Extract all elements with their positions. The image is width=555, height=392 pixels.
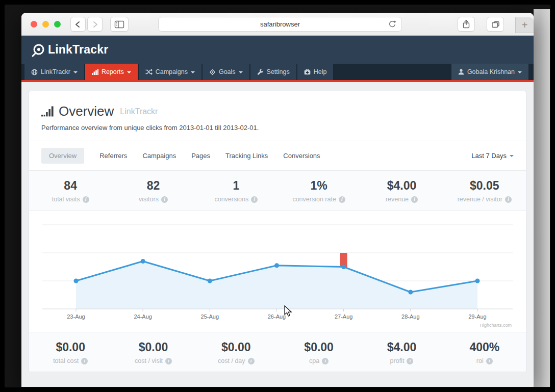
user-icon: [458, 69, 464, 75]
forward-chevron-icon: [90, 20, 99, 29]
nav-label: Reports: [102, 68, 124, 75]
svg-text:25-Aug: 25-Aug: [201, 313, 219, 320]
stat-value: $0.05: [443, 179, 526, 193]
chevron-down-icon: [73, 71, 78, 73]
stat-conversions: 1 conversionsi: [195, 171, 278, 210]
svg-text:26-Aug: 26-Aug: [268, 313, 286, 320]
browser-titlebar: safaribrowser +: [21, 13, 534, 36]
tab-overview[interactable]: Overview: [41, 148, 84, 164]
chevron-down-icon: [191, 71, 195, 73]
background-window-edge: [534, 9, 550, 387]
stat-cost-visit: $0.00 cost / visiti: [112, 332, 194, 372]
nav-label: LinkTrackr: [41, 68, 70, 75]
address-bar[interactable]: safaribrowser: [158, 17, 402, 32]
page-title-suffix: LinkTrackr: [120, 107, 158, 116]
stat-visitors: 82 visitorsi: [112, 171, 194, 210]
stat-label: cost / day: [218, 357, 245, 364]
user-menu[interactable]: Gobala Krishnan: [451, 64, 528, 80]
svg-text:28-Aug: 28-Aug: [401, 313, 419, 320]
stat-label: cpa: [309, 357, 319, 364]
info-icon[interactable]: i: [165, 358, 172, 364]
signal-bars-icon: [41, 106, 54, 117]
address-bar-text: safaribrowser: [260, 20, 300, 28]
back-button[interactable]: [70, 17, 86, 32]
minimize-window-button[interactable]: [42, 21, 49, 28]
linktrackr-logo[interactable]: LinkTrackr: [31, 42, 108, 58]
stat-value: $4.00: [360, 341, 443, 354]
tab-overview-icon: [491, 20, 500, 29]
sidebar-toggle-button[interactable]: [110, 17, 129, 32]
info-icon[interactable]: i: [486, 358, 493, 364]
date-range-label: Last 7 Days: [471, 152, 507, 160]
share-icon: [462, 19, 471, 29]
stat-revenue: $4.00 revenuei: [360, 171, 443, 210]
share-button[interactable]: [458, 17, 475, 32]
svg-text:29-Aug: 29-Aug: [468, 313, 486, 320]
stat-label: profit: [390, 357, 405, 364]
nav-item-settings[interactable]: Settings: [250, 64, 296, 80]
info-icon[interactable]: i: [161, 196, 168, 203]
stat-roi: 400% roii: [443, 332, 526, 372]
stat-cpa: $0.00 cpai: [278, 332, 360, 372]
stat-total-visits: 84 total visitsi: [29, 171, 112, 210]
date-range-dropdown[interactable]: Last 7 Days: [471, 152, 514, 160]
zoom-window-button[interactable]: [54, 21, 61, 28]
chart-block: 23-Aug24-Aug25-Aug26-Aug27-Aug28-Aug29-A…: [29, 211, 526, 332]
stat-value: 1%: [278, 179, 360, 193]
info-icon[interactable]: i: [411, 196, 418, 203]
info-icon[interactable]: i: [505, 196, 512, 203]
tab-pages[interactable]: Pages: [191, 152, 210, 160]
medkit-icon: [304, 69, 311, 75]
reload-icon: [388, 20, 397, 29]
stat-label: roi: [476, 357, 484, 364]
chevron-down-icon: [510, 155, 514, 157]
nav-item-campaigns[interactable]: Campaigns: [139, 64, 201, 80]
tab-overview-button[interactable]: [487, 17, 504, 32]
nav-item-help[interactable]: Help: [297, 64, 334, 80]
overview-chart[interactable]: 23-Aug24-Aug25-Aug26-Aug27-Aug28-Aug29-A…: [29, 211, 526, 332]
page-title: Overview: [59, 103, 114, 119]
page-subtitle: Performance overview from unique clicks …: [41, 124, 514, 132]
tab-referrers[interactable]: Referrers: [99, 152, 127, 160]
new-tab-button[interactable]: +: [515, 17, 534, 33]
chevron-down-icon: [127, 71, 131, 73]
nav-label: Goals: [219, 68, 236, 75]
stat-value: $0.00: [195, 341, 278, 354]
stat-cost-day: $0.00 cost / dayi: [195, 332, 278, 372]
info-icon[interactable]: i: [322, 358, 329, 364]
safari-window: safaribrowser +: [21, 13, 534, 387]
info-icon[interactable]: i: [81, 358, 88, 364]
info-icon[interactable]: i: [251, 196, 258, 203]
tab-conversions[interactable]: Conversions: [283, 152, 320, 160]
brand-name: LinkTrackr: [48, 43, 108, 57]
chart-credit[interactable]: Highcharts.com: [480, 323, 512, 328]
reload-button[interactable]: [388, 20, 397, 29]
tab-tracking-links[interactable]: Tracking Links: [225, 152, 268, 160]
site-header: LinkTrackr: [21, 36, 534, 64]
stat-label: revenue / visitor: [458, 196, 502, 203]
stat-label: conversions: [214, 196, 248, 203]
stat-profit: $4.00 profiti: [360, 332, 443, 372]
nav-item-goals[interactable]: Goals: [203, 64, 249, 80]
nav-item-reports[interactable]: Reports: [85, 64, 138, 80]
svg-text:27-Aug: 27-Aug: [335, 313, 352, 320]
nav-label: Campaigns: [156, 68, 188, 75]
title-block: Overview LinkTrackr Performance overview…: [29, 91, 526, 141]
svg-text:23-Aug: 23-Aug: [67, 313, 85, 320]
info-icon[interactable]: i: [407, 358, 413, 364]
info-icon[interactable]: i: [339, 196, 345, 203]
info-icon[interactable]: i: [83, 196, 89, 203]
user-name: Gobala Krishnan: [467, 68, 515, 75]
wrench-icon: [257, 69, 264, 75]
stats-row-top: 84 total visitsi 82 visitorsi 1 conversi…: [29, 170, 526, 211]
bar-chart-icon: [92, 69, 98, 75]
tab-campaigns[interactable]: Campaigns: [142, 152, 176, 160]
svg-text:24-Aug: 24-Aug: [134, 313, 152, 320]
stat-label: conversion rate: [292, 196, 336, 203]
nav-item-linktrackr[interactable]: LinkTrackr: [24, 64, 84, 80]
stat-label: total visits: [52, 196, 80, 203]
close-window-button[interactable]: [31, 21, 37, 28]
forward-button[interactable]: [87, 17, 103, 32]
info-icon[interactable]: i: [248, 358, 255, 364]
stat-value: $0.00: [29, 341, 112, 354]
